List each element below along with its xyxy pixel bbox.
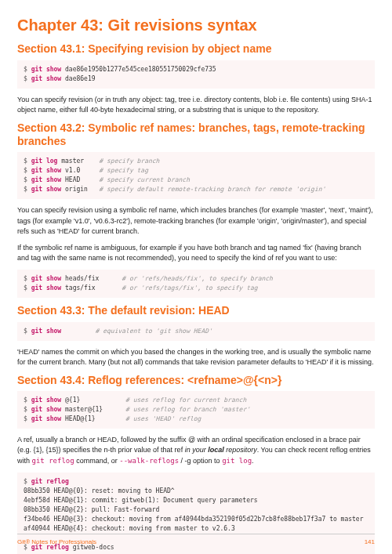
footer-left: Git® Notes for Professionals — [17, 538, 96, 546]
section-2-title: Section 43.2: Symbolic ref names: branch… — [17, 121, 375, 148]
inline-code-walk: --walk-reflogs — [119, 457, 179, 465]
code-block-1: $ git show dae86e1950b1277e545cee1805517… — [17, 60, 375, 89]
chapter-title: Chapter 43: Git revisions syntax — [17, 14, 375, 36]
section-4-p1: A ref, usually a branch or HEAD, followe… — [17, 435, 375, 465]
inline-code-reflog: git reflog — [32, 457, 74, 465]
section-3-title: Section 43.3: The default revision: HEAD — [17, 304, 375, 317]
inline-code-gitlog: git log — [222, 457, 252, 465]
footer-page-number: 141 — [365, 538, 375, 546]
section-2-p1: You can specify revision using a symboli… — [17, 205, 375, 236]
code-block-2a: $ git log master # specify branch $ git … — [17, 152, 375, 199]
section-3-p1: 'HEAD' names the commit on which you bas… — [17, 347, 375, 368]
code-block-4a: $ git show @{1} # uses reflog for curren… — [17, 391, 375, 429]
page-footer: Git® Notes for Professionals 141 — [17, 534, 375, 546]
section-1-title: Section 43.1: Specifying revision by obj… — [17, 42, 375, 56]
code-block-2b: $ git show heads/fix # or 'refs/heads/fi… — [17, 270, 375, 298]
section-4-title: Section 43.4: Reflog references: <refnam… — [17, 374, 375, 387]
section-1-p1: You can specify revision (or in truth an… — [17, 95, 375, 115]
code-block-3: $ git show # equivalent to 'git show HEA… — [17, 322, 375, 341]
section-2-p2: If the symbolic ref name is ambiguous, f… — [17, 243, 375, 263]
